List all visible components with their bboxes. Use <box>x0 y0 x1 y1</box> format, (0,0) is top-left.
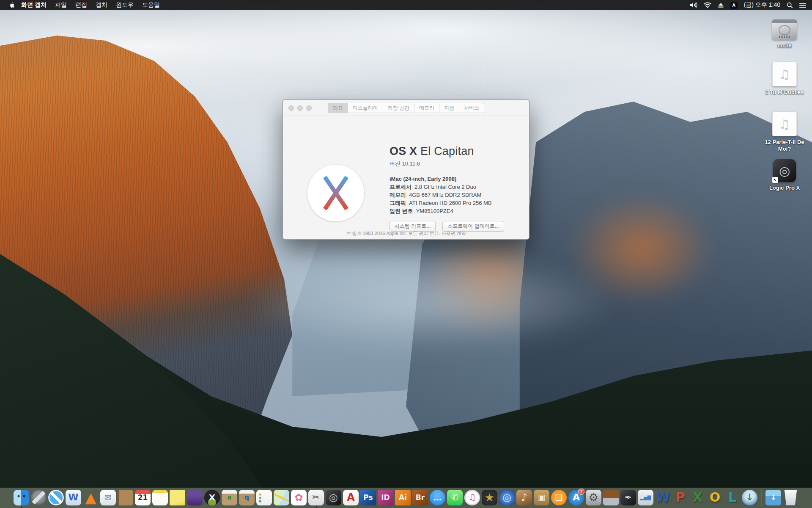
dock-corkboard-app-icon[interactable]: ▣ <box>533 489 550 508</box>
app-store-badge: 7 <box>578 489 584 495</box>
dock-messages-icon[interactable]: … <box>429 489 446 508</box>
excel-glyph: X <box>693 491 702 504</box>
keynote-09-icon <box>603 490 619 505</box>
dock-acrobat-icon[interactable]: A <box>343 489 359 508</box>
menu-item-2[interactable]: 편집 <box>71 1 91 9</box>
minimize-button[interactable] <box>297 105 303 111</box>
idvd-icon: ◎ <box>499 490 515 505</box>
dock-w-globe-app-icon[interactable]: W <box>65 489 82 508</box>
active-app-menu[interactable]: 화면 캡처 <box>17 1 51 9</box>
system-preferences-glyph: ⚙ <box>589 492 598 503</box>
dock-grab-icon[interactable]: ✂ <box>308 489 324 508</box>
dock-idvd-icon[interactable]: ◎ <box>499 489 515 508</box>
bridge-icon: Br <box>412 490 428 505</box>
desktop: { "menubar": { "app_name": "화면 캡처", "men… <box>0 0 812 508</box>
dock-pages-09-icon[interactable]: ✒ <box>620 489 636 508</box>
dock-ibooks-icon[interactable]: ❏ <box>551 489 567 508</box>
dock-garageband-icon[interactable]: ♪ <box>516 489 532 508</box>
zoom-button[interactable] <box>306 105 312 111</box>
dock-itunes-icon[interactable]: ♫ <box>464 489 480 508</box>
excel-icon: X <box>690 490 705 505</box>
dock-photos-icon[interactable]: ✿ <box>291 489 307 508</box>
desktop-icon-label: Logic Pro X <box>769 185 800 191</box>
grab-running-indicator <box>315 506 317 508</box>
dock-vlc-icon[interactable]: ▲ <box>82 489 99 508</box>
desktop-icon-12-parle-t-il-de-moi[interactable]: ♫12 Parle-T-Il De Moi? <box>759 112 810 153</box>
spec-value: YM85100PZE4 <box>416 208 453 214</box>
tab-메모리[interactable]: 메모리 <box>414 103 439 113</box>
traffic-lights <box>288 100 312 116</box>
desktop-icon-mc18[interactable]: mc18 <box>759 19 810 49</box>
dock-reminders-icon[interactable] <box>256 489 272 508</box>
dock-notes-icon[interactable] <box>152 489 168 508</box>
dock-powerpoint-icon[interactable]: P <box>672 489 689 508</box>
dock-word-icon[interactable]: W <box>655 489 671 508</box>
menu-item-5[interactable]: 도움말 <box>138 1 164 9</box>
dock-dropstuff-icon[interactable]: q <box>239 489 255 508</box>
dock-calendar-icon[interactable]: 21 <box>134 489 151 508</box>
acrobat-icon: A <box>343 490 359 505</box>
dock-excel-icon[interactable]: X <box>689 489 706 508</box>
dock-safari-icon[interactable] <box>48 489 64 508</box>
spotlight-icon[interactable] <box>787 2 793 8</box>
logic-glyph: ◎ <box>779 163 790 178</box>
volume-icon[interactable] <box>690 2 697 8</box>
dock-keynote-09-icon[interactable] <box>603 489 619 508</box>
lync-icon: L <box>724 490 740 505</box>
wifi-icon[interactable] <box>704 2 711 8</box>
dock-maps-icon[interactable] <box>273 489 290 508</box>
logic-icon: ◎↖ <box>773 159 796 182</box>
notification-center-icon[interactable] <box>799 3 806 8</box>
photoshop-icon: Ps <box>360 490 376 505</box>
dock-bridge-icon[interactable]: Br <box>412 489 428 508</box>
dock-mail-icon[interactable]: ✉ <box>100 489 116 508</box>
dock-lync-icon[interactable]: L <box>724 489 741 508</box>
dock-illustrator-icon[interactable]: Ai <box>395 489 411 508</box>
dock-trash-icon[interactable] <box>782 489 799 508</box>
dock-app-store-icon[interactable]: A7 <box>568 489 584 508</box>
dock-globe-downloader-icon[interactable]: ↓ <box>741 489 758 508</box>
os-x-logo <box>307 165 364 221</box>
close-button[interactable] <box>288 105 294 111</box>
menu-item-4[interactable]: 윈도우 <box>112 1 138 9</box>
audio-icon: ♫ <box>772 62 797 86</box>
desktop-icon-label: 12 Parle-T-Il De Moi? <box>761 139 808 153</box>
apple-menu-icon[interactable] <box>6 2 17 8</box>
dock-contacts-icon[interactable] <box>117 489 134 508</box>
window-titlebar[interactable]: 개요디스플레이저장 공간메모리지원서비스 <box>283 100 529 116</box>
menu-bar-clock[interactable]: (금) 오후 1:40 <box>744 1 780 9</box>
input-source-icon[interactable]: A <box>730 2 738 9</box>
dock-system-preferences-icon[interactable]: ⚙ <box>585 489 602 508</box>
dock-imovie-icon[interactable]: ★ <box>481 489 498 508</box>
dock-toast-icon[interactable] <box>187 489 203 508</box>
dock-logic-pro-icon[interactable]: ◎ <box>325 489 342 508</box>
dock-launchpad-icon[interactable] <box>30 489 47 508</box>
desktop-icon-1-tu-moublies[interactable]: ♫1 Tu M'Oublies <box>759 62 810 96</box>
spec-row: 프로세서2.8 GHz Intel Core 2 Duo <box>390 183 504 191</box>
tab-디스플레이[interactable]: 디스플레이 <box>348 103 383 113</box>
spec-list: 프로세서2.8 GHz Intel Core 2 Duo메모리4GB 667 M… <box>390 183 504 215</box>
dock-numbers-09-icon[interactable]: ▂▅▇ <box>637 489 654 508</box>
spec-value: ATI Radeon HD 2600 Pro 256 MB <box>409 200 492 206</box>
tab-지원[interactable]: 지원 <box>439 103 459 113</box>
messages-icon: … <box>430 490 445 505</box>
dock-facetime-icon[interactable]: ✆ <box>447 489 463 508</box>
dock-downloads-folder-icon[interactable]: ↓ <box>765 489 782 508</box>
dock-outlook-icon[interactable]: O <box>707 489 723 508</box>
dock-photoshop-icon[interactable]: Ps <box>360 489 376 508</box>
app-menus: 파일편집캡처윈도우도움말 <box>51 1 164 9</box>
dock-stuffit-expander-icon[interactable]: a <box>221 489 238 508</box>
tab-서비스[interactable]: 서비스 <box>459 103 484 113</box>
dock-stickies-icon[interactable] <box>169 489 186 508</box>
menu-item-3[interactable]: 캡처 <box>91 1 112 9</box>
license-link[interactable]: 사용권 계약 <box>442 231 466 236</box>
vlc-icon: ▲ <box>83 490 99 505</box>
menu-item-1[interactable]: 파일 <box>51 1 71 9</box>
eject-icon[interactable] <box>718 3 724 8</box>
dock-indesign-icon[interactable]: ID <box>377 489 394 508</box>
desktop-icon-logic-pro-x[interactable]: ◎↖Logic Pro X <box>759 159 810 191</box>
dock-x-circle-app-icon[interactable]: X <box>204 489 220 508</box>
tab-저장 공간[interactable]: 저장 공간 <box>383 103 414 113</box>
tab-개요[interactable]: 개요 <box>328 103 348 113</box>
dock-finder-icon[interactable] <box>13 489 30 508</box>
